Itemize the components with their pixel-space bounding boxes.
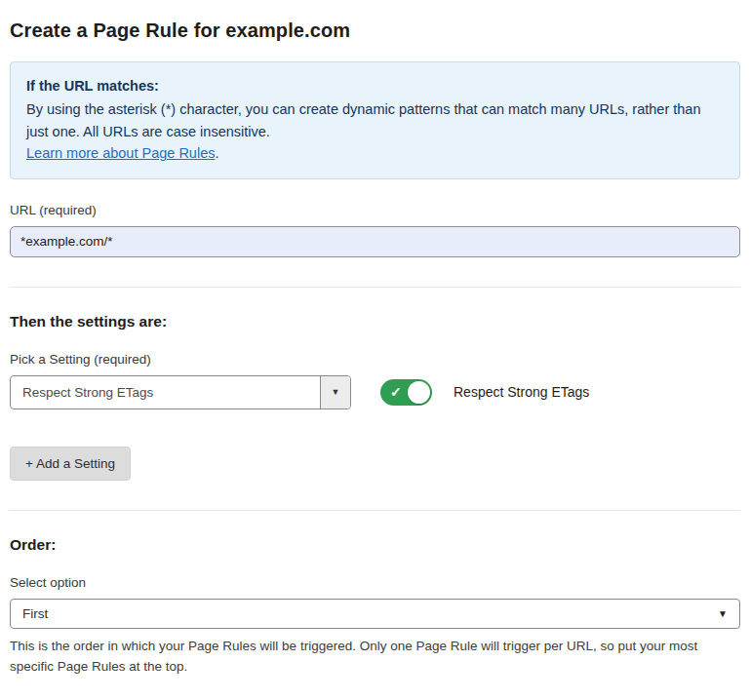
toggle-label: Respect Strong ETags [454,384,589,400]
order-help-text: This is the order in which your Page Rul… [10,637,736,678]
respect-strong-etags-toggle[interactable]: ✓ [380,379,432,406]
url-input[interactable] [10,226,740,257]
setting-row: Respect Strong ETags ▼ ✓ Respect Strong … [10,375,740,409]
page-title: Create a Page Rule for example.com [10,19,740,42]
add-setting-button[interactable]: + Add a Setting [10,447,131,481]
order-heading: Order: [10,536,740,554]
setting-select[interactable]: Respect Strong ETags ▼ [10,375,351,409]
divider [10,510,740,511]
info-box-body: By using the asterisk (*) character, you… [26,98,724,142]
order-select[interactable]: First ▼ [10,599,740,629]
pick-setting-label: Pick a Setting (required) [10,352,740,367]
info-box-heading: If the URL matches: [26,75,724,97]
order-select-value: First [22,606,48,621]
settings-heading: Then the settings are: [10,313,740,331]
toggle-group: ✓ Respect Strong ETags [380,379,589,406]
setting-select-value: Respect Strong ETags [11,376,320,408]
url-field-label: URL (required) [10,203,740,217]
toggle-knob [408,381,430,404]
page-rule-form: Create a Page Rule for example.com If th… [0,0,750,700]
setting-select-caret-button[interactable]: ▼ [320,376,350,408]
url-match-info-box: If the URL matches: By using the asteris… [10,61,740,179]
caret-down-icon: ▼ [332,387,340,397]
check-icon: ✓ [390,383,402,401]
divider [10,287,740,288]
learn-more-link[interactable]: Learn more about Page Rules [26,145,215,161]
link-period: . [215,145,218,161]
chevron-down-icon: ▼ [718,608,728,619]
order-select-label: Select option [10,575,740,590]
info-link-line: Learn more about Page Rules. [26,145,219,161]
